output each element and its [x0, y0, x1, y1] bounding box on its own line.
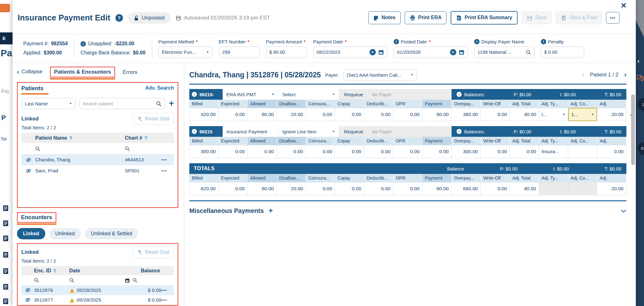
encounter-row[interactable]: 3512876 05/28/2025 $ 0.00 ••• [21, 286, 174, 295]
payment-method-select[interactable]: Electronic Fun... ▼ [158, 47, 213, 58]
chat-icon[interactable] [637, 75, 644, 81]
print-era-button[interactable]: Print ERA [405, 11, 447, 24]
requeue-control[interactable]: Requeue No Payer [339, 89, 452, 100]
close-icon[interactable]: × [621, 1, 626, 10]
overpayment-cell[interactable]: 300.00 [452, 145, 481, 158]
row-menu-button[interactable]: ••• [161, 158, 174, 162]
payer-select[interactable]: (Sec) AAA Northern Cali... ▼ [343, 69, 417, 81]
pill-linked[interactable]: Linked [17, 228, 45, 239]
eye-off-icon[interactable] [21, 169, 35, 173]
filter-funnel-icon[interactable] [144, 135, 148, 141]
copay-cell[interactable]: 0.00 [335, 145, 364, 158]
balance-filter-input[interactable] [132, 278, 161, 283]
notes-button[interactable]: Notes [368, 11, 400, 24]
copay-cell[interactable]: 0.00 [335, 108, 364, 121]
collapse-button[interactable]: ‹ Collapse [17, 69, 42, 75]
pill-unlinked[interactable]: Unlinked [49, 228, 81, 239]
row-menu-button[interactable]: ••• [161, 288, 174, 292]
adj-total-cell[interactable]: 0.00 [510, 145, 539, 158]
deductible-cell[interactable]: 0.00 [364, 108, 393, 121]
opr-cell[interactable]: 0.00 [393, 108, 423, 121]
pill-unlinked-settled[interactable]: Unlinked & Settled [85, 228, 138, 239]
clear-icon[interactable]: × [369, 49, 376, 55]
calendar-icon[interactable] [378, 49, 384, 55]
save-button[interactable]: Save [522, 11, 552, 24]
eye-off-icon[interactable] [21, 298, 34, 302]
save-and-post-button[interactable]: Save & Post [556, 11, 602, 24]
panel-collapse-chevron-icon[interactable]: ‹ [637, 57, 640, 64]
more-actions-button[interactable]: ••• [606, 12, 619, 24]
line-action-select[interactable]: Ignore Line Item ▼ [279, 126, 339, 137]
advanced-search-link[interactable]: Adv. Search [145, 85, 174, 91]
eye-off-icon[interactable] [21, 158, 35, 162]
writeoff-cell[interactable]: 0.00 [481, 145, 510, 158]
row-menu-button[interactable]: ••• [161, 169, 174, 173]
requeue-control[interactable]: Requeue No Payer [339, 126, 452, 137]
adj-total-cell[interactable]: 40.00 [510, 108, 539, 121]
billed-cell[interactable]: 300.00 [189, 145, 219, 158]
allowed-cell[interactable]: 0.00 [247, 145, 277, 158]
deductible-cell[interactable]: 0.00 [364, 145, 393, 158]
payment-amount-input[interactable]: $ 80.00 [266, 47, 307, 58]
expected-cell[interactable]: 0.00 [219, 108, 248, 121]
adj-code-select[interactable] [568, 145, 597, 158]
payment-cell[interactable]: 0.00 [422, 145, 452, 158]
overpayment-cell[interactable]: 380.00 [452, 108, 481, 121]
adj-type-select[interactable]: I...▼ [539, 108, 568, 121]
coinsurance-cell[interactable]: 0.00 [306, 108, 335, 121]
billed-cell[interactable]: 320.00 [189, 108, 219, 121]
disallowed-cell[interactable]: 0.00 [277, 145, 306, 158]
payment-date-input[interactable]: 08/22/2023 × [313, 47, 387, 58]
encounter-id-filter-input[interactable] [34, 278, 69, 283]
user-initials-badge[interactable]: RG [638, 142, 644, 155]
info-icon[interactable]: i [457, 129, 462, 134]
payment-cell[interactable]: 60.00 [422, 108, 452, 121]
search-by-select[interactable]: Last Name ▼ [21, 98, 75, 109]
search-icon[interactable] [526, 49, 531, 55]
previous-patient-button[interactable]: ‹ [582, 71, 584, 79]
line-action-select[interactable]: Select ▼ [279, 89, 339, 100]
penalty-input[interactable]: $ 0.00 [541, 47, 584, 58]
search-patient-input[interactable]: Search patient [79, 98, 165, 109]
adj-cell[interactable]: 0.00 [597, 145, 626, 158]
payment-type-box[interactable]: Insurance Payment [223, 126, 279, 137]
patient-name-filter-input[interactable] [35, 146, 125, 151]
help-icon[interactable]: ? [115, 14, 123, 22]
add-miscellaneous-payment-button[interactable]: + [269, 206, 273, 215]
eft-number-input[interactable]: 299 [219, 47, 260, 58]
add-patient-button[interactable]: + [169, 99, 174, 108]
search-icon[interactable] [156, 100, 162, 106]
print-era-summary-button[interactable]: Print ERA Summary [451, 11, 517, 25]
calendar-icon[interactable] [125, 277, 130, 283]
next-patient-button[interactable]: › [624, 71, 626, 79]
adj-code-select[interactable]: 1...▼ [568, 108, 597, 121]
calendar-icon[interactable] [459, 49, 464, 55]
payment-type-select[interactable]: ERA INS PMT ▼ [223, 89, 279, 100]
info-icon[interactable]: i [192, 129, 197, 134]
encounters-reset-grid-button[interactable]: Reset Grid [133, 246, 174, 258]
filter-funnel-icon[interactable] [53, 268, 57, 274]
tab-errors[interactable]: Errors [123, 69, 137, 75]
tab-patients-encounters[interactable]: Patients & Encounters [50, 67, 115, 77]
coinsurance-cell[interactable]: 0.00 [306, 145, 335, 158]
adj-type-select[interactable]: Insura... [539, 145, 568, 158]
writeoff-cell[interactable]: 0.00 [481, 108, 510, 121]
patient-row[interactable]: Chandra, Thang 4644513 ••• [21, 154, 174, 165]
filter-funnel-icon[interactable] [69, 135, 73, 141]
row-menu-button[interactable]: ••• [161, 298, 174, 302]
posted-date-input[interactable]: 01/20/2026 × [394, 47, 468, 58]
patients-reset-grid-button[interactable]: Reset Grid [133, 113, 174, 125]
disallowed-cell[interactable]: 20.00 [277, 108, 306, 121]
display-payer-name-input[interactable]: 1199 National ... [474, 47, 535, 58]
clear-icon[interactable]: × [450, 49, 456, 55]
patient-row[interactable]: Sam, Prad SP001 ••• [21, 165, 174, 176]
opr-cell[interactable]: 0.00 [393, 145, 423, 158]
vertical-scrollbar-thumb[interactable] [631, 94, 635, 165]
encounter-row[interactable]: 3512877 05/28/2025 $ 0.00 ••• [21, 295, 174, 305]
info-icon[interactable]: i [457, 92, 462, 97]
eye-off-icon[interactable] [21, 288, 34, 292]
expected-cell[interactable]: 0.00 [219, 145, 248, 158]
info-icon[interactable]: i [192, 92, 197, 97]
notification-badge[interactable]: 11 [638, 98, 644, 111]
allowed-cell[interactable]: 60.00 [247, 108, 277, 121]
